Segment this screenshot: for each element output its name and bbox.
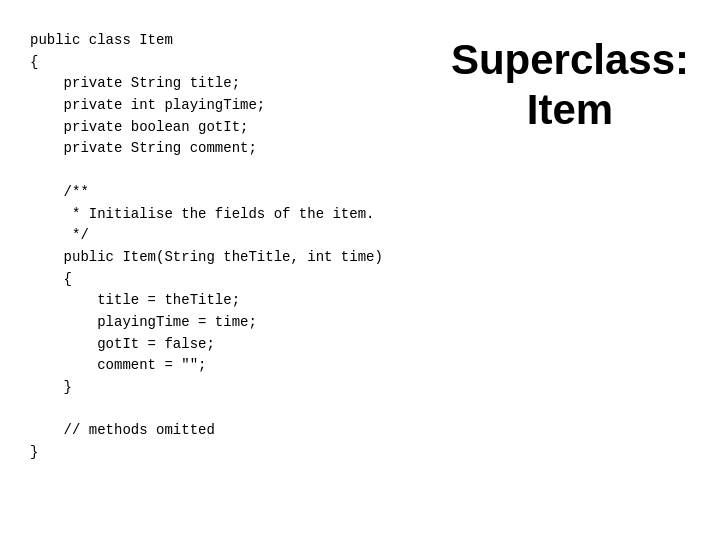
code-line-17: } bbox=[30, 379, 72, 395]
code-line-14: playingTime = time; bbox=[30, 314, 257, 330]
code-line-3: private String title; bbox=[30, 75, 240, 91]
code-line-1: public class Item bbox=[30, 32, 173, 48]
code-section: public class Item { private String title… bbox=[20, 20, 420, 520]
code-block: public class Item { private String title… bbox=[30, 30, 420, 464]
superclass-label-line2: Item bbox=[527, 86, 613, 133]
code-line-4: private int playingTime; bbox=[30, 97, 265, 113]
code-line-8: /** bbox=[30, 184, 89, 200]
code-line-11: public Item(String theTitle, int time) bbox=[30, 249, 383, 265]
code-line-5: private boolean gotIt; bbox=[30, 119, 248, 135]
code-line-16: comment = ""; bbox=[30, 357, 206, 373]
superclass-title: Superclass: Item bbox=[451, 35, 689, 136]
code-line-10: */ bbox=[30, 227, 89, 243]
code-line-20: } bbox=[30, 444, 38, 460]
superclass-label-line1: Superclass: bbox=[451, 36, 689, 83]
code-line-6: private String comment; bbox=[30, 140, 257, 156]
code-line-2: { bbox=[30, 54, 38, 70]
code-line-15: gotIt = false; bbox=[30, 336, 215, 352]
code-line-19: // methods omitted bbox=[30, 422, 215, 438]
code-line-12: { bbox=[30, 271, 72, 287]
code-line-9: * Initialise the fields of the item. bbox=[30, 206, 374, 222]
code-line-13: title = theTitle; bbox=[30, 292, 240, 308]
superclass-section: Superclass: Item bbox=[420, 20, 700, 520]
